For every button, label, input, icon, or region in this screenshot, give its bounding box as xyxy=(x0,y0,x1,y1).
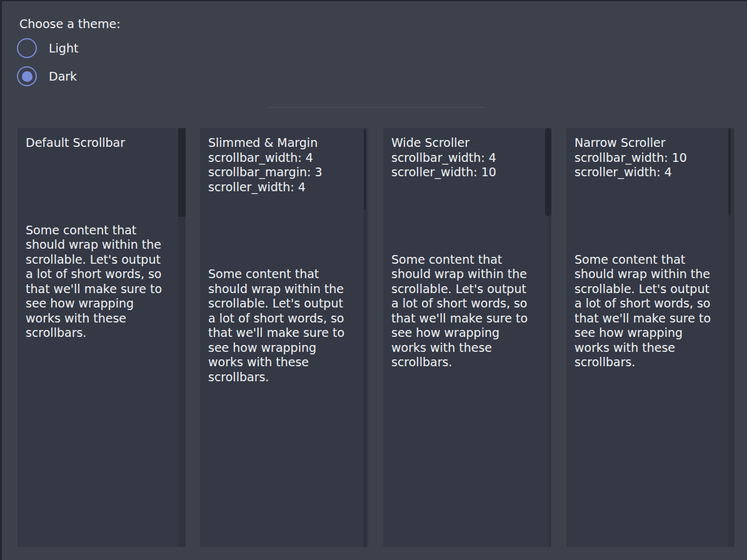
scrollbar-thumb[interactable] xyxy=(728,128,731,216)
radio-option-dark[interactable]: Dark xyxy=(17,66,77,86)
radio-light-label: Light xyxy=(49,41,78,55)
scroll-panel-slimmed-margin[interactable]: Slimmed & Margin scrollbar_width: 4 scro… xyxy=(200,128,368,547)
panel-content: Slimmed & Margin scrollbar_width: 4 scro… xyxy=(200,128,359,547)
panel-content: Narrow Scroller scrollbar_width: 10 scro… xyxy=(566,128,726,547)
scrollbar-thumb[interactable] xyxy=(545,128,551,216)
panel-body-text: Some content that should wrap within the… xyxy=(208,267,356,384)
panel-body-text: Some content that should wrap within the… xyxy=(391,252,539,370)
app-window: Choose a theme: Light Dark Default Scrol… xyxy=(0,0,747,560)
section-divider xyxy=(269,107,484,108)
radio-option-light[interactable]: Light xyxy=(17,38,78,58)
panel-body-text: Some content that should wrap within the… xyxy=(26,223,173,341)
scroll-panel-narrow-scroller[interactable]: Narrow Scroller scrollbar_width: 10 scro… xyxy=(566,128,734,547)
panel-content: Default Scrollbar Some content that shou… xyxy=(18,128,177,547)
radio-dark-label: Dark xyxy=(49,69,77,83)
scrollbar-track[interactable] xyxy=(728,128,734,547)
panel-title: Narrow Scroller scrollbar_width: 10 scro… xyxy=(574,136,722,180)
scrollbar-demo-row: Default Scrollbar Some content that shou… xyxy=(18,128,735,547)
theme-chooser-label: Choose a theme: xyxy=(19,17,121,31)
scrollbar-thumb[interactable] xyxy=(178,128,186,217)
panel-title: Default Scrollbar xyxy=(26,136,173,151)
scroll-panel-default[interactable]: Default Scrollbar Some content that shou… xyxy=(18,128,186,547)
scrollbar-thumb[interactable] xyxy=(364,130,366,209)
scrollbar-track[interactable] xyxy=(549,128,551,547)
radio-dot-icon xyxy=(22,71,33,82)
scroll-panel-wide-scroller[interactable]: Wide Scroller scrollbar_width: 4 scrolle… xyxy=(383,128,551,547)
panel-title: Slimmed & Margin scrollbar_width: 4 scro… xyxy=(208,136,356,194)
radio-selected-icon[interactable] xyxy=(17,66,37,86)
radio-unselected-icon[interactable] xyxy=(17,38,37,58)
panel-content: Wide Scroller scrollbar_width: 4 scrolle… xyxy=(383,128,543,547)
panel-body-text: Some content that should wrap within the… xyxy=(574,252,722,370)
scrollbar-track[interactable] xyxy=(364,128,366,547)
scrollbar-track[interactable] xyxy=(178,128,186,547)
panel-title: Wide Scroller scrollbar_width: 4 scrolle… xyxy=(391,136,539,180)
